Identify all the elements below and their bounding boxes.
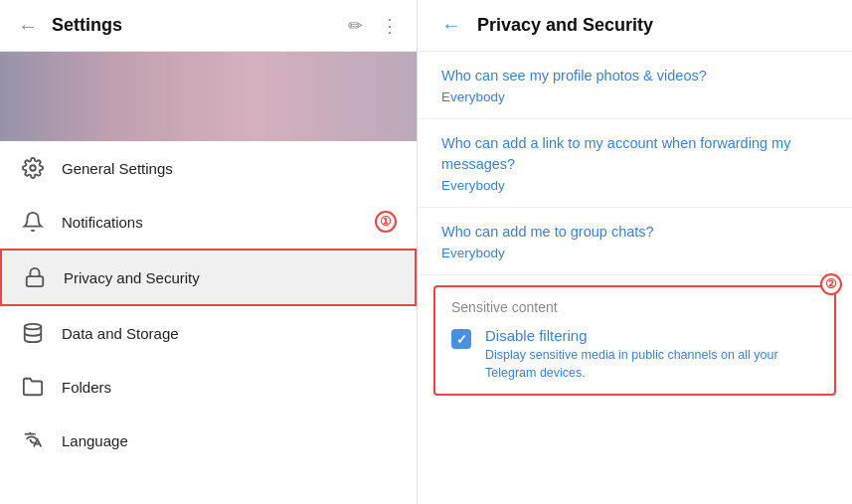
left-header: ← Settings ✏ ⋮	[0, 0, 417, 52]
profile-banner	[0, 52, 417, 141]
forwarding-question: Who can add a link to my account when fo…	[441, 133, 828, 174]
disable-filtering-description: Display sensitive media in public channe…	[485, 347, 818, 382]
photos-question: Who can see my profile photos & videos?	[441, 66, 828, 85]
more-button[interactable]: ⋮	[377, 13, 403, 39]
language-label: Language	[62, 432, 397, 449]
bell-icon	[20, 209, 46, 235]
forwarding-answer: Everybody	[441, 178, 828, 193]
groups-answer: Everybody	[441, 246, 828, 260]
sidebar-item-data[interactable]: Data and Storage	[0, 306, 417, 360]
right-panel: ← Privacy and Security Who can see my pr…	[418, 0, 852, 504]
sensitive-content-title: Sensitive content	[451, 299, 818, 315]
back-button-left[interactable]: ←	[14, 14, 42, 38]
left-panel: ← Settings ✏ ⋮ General Settings	[0, 0, 418, 504]
sensitive-content-box: Sensitive content Disable filtering Disp…	[433, 285, 836, 396]
notifications-label: Notifications	[62, 214, 359, 231]
disable-filtering-label[interactable]: Disable filtering	[485, 327, 818, 344]
groups-question: Who can add me to group chats?	[441, 222, 828, 242]
sensitive-text-block: Disable filtering Display sensitive medi…	[485, 327, 818, 382]
database-icon	[20, 320, 46, 346]
privacy-section-photos[interactable]: Who can see my profile photos & videos? …	[418, 52, 852, 119]
svg-point-2	[25, 324, 42, 330]
sidebar-item-privacy[interactable]: Privacy and Security	[0, 249, 417, 306]
language-icon	[20, 427, 46, 453]
gear-icon	[20, 155, 46, 181]
sidebar-item-language[interactable]: Language	[0, 414, 417, 467]
disable-filtering-checkbox[interactable]	[451, 329, 471, 349]
sidebar-item-folders[interactable]: Folders	[0, 360, 417, 414]
privacy-label: Privacy and Security	[64, 269, 395, 286]
sensitive-content-row: Disable filtering Display sensitive medi…	[451, 327, 818, 382]
general-settings-label: General Settings	[62, 160, 397, 177]
privacy-section-forwarding[interactable]: Who can add a link to my account when fo…	[418, 119, 852, 208]
lock-icon	[22, 264, 48, 290]
photos-answer: Everybody	[441, 89, 828, 104]
right-content: Who can see my profile photos & videos? …	[418, 52, 852, 504]
sidebar-item-notifications[interactable]: Notifications ①	[0, 195, 417, 249]
folder-icon	[20, 374, 46, 400]
svg-point-0	[30, 165, 36, 171]
notifications-badge: ①	[375, 211, 397, 233]
profile-banner-blur	[0, 52, 417, 141]
svg-rect-1	[27, 276, 44, 286]
back-button-right[interactable]: ←	[437, 12, 465, 39]
right-header: ← Privacy and Security	[418, 0, 852, 52]
data-storage-label: Data and Storage	[62, 325, 397, 342]
privacy-section-groups[interactable]: Who can add me to group chats? Everybody	[418, 208, 852, 275]
menu-list: General Settings Notifications ① Privacy…	[0, 141, 417, 504]
edit-button[interactable]: ✏	[344, 13, 367, 39]
settings-title: Settings	[52, 15, 334, 36]
folders-label: Folders	[62, 379, 397, 396]
sidebar-item-general[interactable]: General Settings	[0, 141, 417, 195]
sensitive-badge: ②	[820, 273, 842, 295]
privacy-security-title: Privacy and Security	[477, 15, 653, 36]
